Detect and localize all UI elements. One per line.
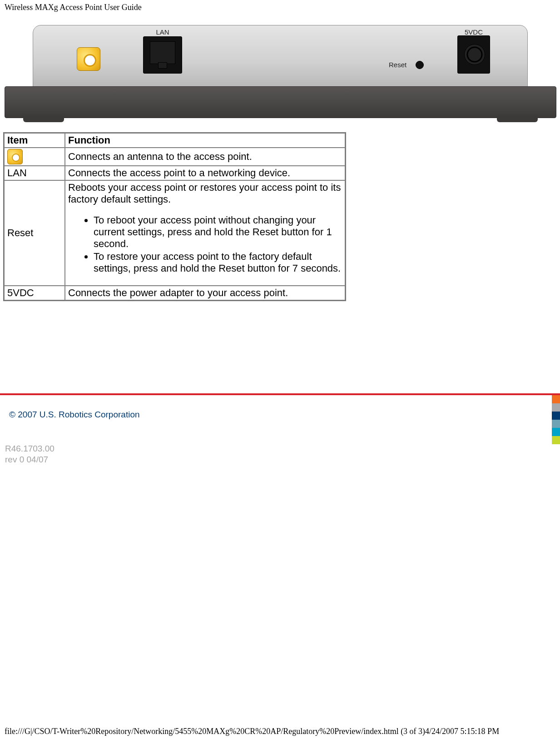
page-header-title: Wireless MAXg Access Point User Guide — [5, 3, 142, 12]
color-square-teal — [552, 420, 560, 428]
device-reset-label: Reset — [389, 61, 406, 69]
cell-5vdc-function: Connects the power adapter to your acces… — [65, 286, 345, 300]
cell-lan-function: Connects the access point to a networkin… — [65, 166, 345, 180]
color-square-lime — [552, 436, 560, 444]
reset-bullet-list: To reboot your access point without chan… — [68, 214, 342, 274]
device-lan-label: LAN — [144, 28, 181, 36]
reset-hole-icon — [416, 61, 424, 69]
cell-reset-item: Reset — [5, 181, 64, 285]
antenna-icon — [7, 149, 23, 164]
cell-antenna-function: Connects an antenna to the access point. — [65, 148, 345, 165]
lan-port-icon — [143, 36, 182, 74]
footer-file-path: file:///G|/CSO/T-Writer%20Repository/Net… — [5, 727, 499, 736]
header-function: Function — [65, 134, 345, 147]
antenna-connector-icon — [77, 47, 100, 71]
reset-bullet-1: To reboot your access point without chan… — [94, 214, 342, 250]
reset-intro-text: Reboots your access point or restores yo… — [68, 182, 341, 205]
table-row-5vdc: 5VDC Connects the power adapter to your … — [5, 286, 345, 300]
table-row-reset: Reset Reboots your access point or resto… — [5, 181, 345, 285]
color-square-navy — [552, 412, 560, 420]
revision-text: R46.1703.00 rev 0 04/07 — [5, 443, 55, 466]
red-divider — [0, 393, 560, 395]
device-base — [5, 86, 556, 118]
power-jack-icon — [457, 35, 490, 74]
device-5vdc-label: 5VDC — [456, 28, 492, 36]
table-row-antenna: Connects an antenna to the access point. — [5, 148, 345, 165]
table-header-row: Item Function — [5, 134, 345, 147]
color-square-grey — [552, 403, 560, 412]
rev-line-1: R46.1703.00 — [5, 444, 55, 453]
brand-color-squares — [552, 395, 560, 444]
cell-lan-item: LAN — [5, 166, 64, 180]
copyright-text: © 2007 U.S. Robotics Corporation — [9, 410, 140, 420]
device-body: LAN Reset 5VDC — [33, 25, 528, 90]
item-function-table: Item Function Connects an antenna to the… — [3, 132, 346, 301]
color-square-cyan — [552, 428, 560, 436]
color-square-orange — [552, 395, 560, 403]
device-rear-illustration: LAN Reset 5VDC — [5, 25, 556, 119]
header-item: Item — [5, 134, 64, 147]
table-row-lan: LAN Connects the access point to a netwo… — [5, 166, 345, 180]
cell-antenna-item — [5, 148, 64, 165]
reset-bullet-2: To restore your access point to the fact… — [94, 251, 342, 274]
cell-5vdc-item: 5VDC — [5, 286, 64, 300]
rev-line-2: rev 0 04/07 — [5, 455, 48, 464]
cell-reset-function: Reboots your access point or restores yo… — [65, 181, 345, 285]
